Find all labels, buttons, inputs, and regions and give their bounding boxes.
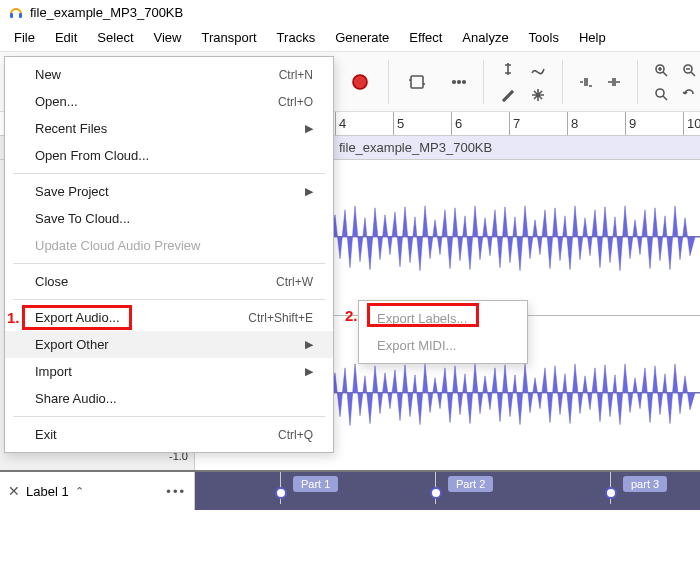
annotation-1: 1. bbox=[7, 309, 20, 326]
trim-silence-icon[interactable] bbox=[573, 70, 599, 94]
menu-separator bbox=[13, 173, 325, 174]
menu-select[interactable]: Select bbox=[87, 26, 143, 49]
more-icon[interactable]: ••• bbox=[166, 484, 186, 499]
label-marker[interactable]: part 3 bbox=[605, 476, 667, 492]
shortcut-label: Ctrl+Q bbox=[278, 428, 313, 442]
ruler-tick: 7 bbox=[509, 112, 520, 135]
separator bbox=[483, 60, 484, 104]
menu-separator bbox=[13, 299, 325, 300]
svg-point-11 bbox=[656, 89, 664, 97]
menu-item-label: Update Cloud Audio Preview bbox=[35, 238, 201, 253]
menu-item-label: Export Other bbox=[35, 337, 109, 352]
separator bbox=[388, 60, 389, 104]
menu-item-export-audio[interactable]: Export Audio...Ctrl+Shift+E bbox=[5, 304, 333, 331]
shortcut-label: Ctrl+O bbox=[278, 95, 313, 109]
clip-b-title[interactable]: file_example_MP3_700KB bbox=[330, 136, 700, 159]
menu-item-update-cloud-audio-preview: Update Cloud Audio Preview bbox=[5, 232, 333, 259]
label-text[interactable]: part 3 bbox=[623, 476, 667, 492]
menu-item-open-from-cloud[interactable]: Open From Cloud... bbox=[5, 142, 333, 169]
clip-b-label: file_example_MP3_700KB bbox=[339, 140, 492, 155]
draw-tool-icon[interactable] bbox=[494, 83, 522, 107]
menu-effect[interactable]: Effect bbox=[399, 26, 452, 49]
chevron-up-icon[interactable]: ⌃ bbox=[75, 485, 84, 498]
file-menu-dropdown: NewCtrl+NOpen...Ctrl+ORecent Files▶Open … bbox=[4, 56, 334, 453]
menu-item-open[interactable]: Open...Ctrl+O bbox=[5, 88, 333, 115]
menu-item-label: Export Audio... bbox=[35, 310, 120, 325]
separator bbox=[637, 60, 638, 104]
svg-rect-1 bbox=[19, 13, 22, 18]
menu-item-close[interactable]: CloseCtrl+W bbox=[5, 268, 333, 295]
label-pin-icon[interactable] bbox=[275, 487, 287, 499]
envelope-tool-icon[interactable] bbox=[524, 57, 552, 81]
label-track-name: Label 1 bbox=[26, 484, 69, 499]
selection-tool-icon[interactable] bbox=[494, 57, 522, 81]
svg-rect-0 bbox=[10, 13, 13, 18]
label-text[interactable]: Part 1 bbox=[293, 476, 338, 492]
window-title: file_example_MP3_700KB bbox=[30, 5, 183, 20]
submenu-arrow-icon: ▶ bbox=[305, 122, 313, 135]
menu-generate[interactable]: Generate bbox=[325, 26, 399, 49]
multi-tool-icon[interactable] bbox=[524, 83, 552, 107]
menu-item-save-to-cloud[interactable]: Save To Cloud... bbox=[5, 205, 333, 232]
menu-tools[interactable]: Tools bbox=[519, 26, 569, 49]
menu-item-label: Save Project bbox=[35, 184, 109, 199]
shortcut-label: Ctrl+W bbox=[276, 275, 313, 289]
ruler-tick: 5 bbox=[393, 112, 404, 135]
svg-rect-3 bbox=[411, 76, 423, 88]
loop-button[interactable] bbox=[399, 64, 435, 100]
menu-item-import[interactable]: Import▶ bbox=[5, 358, 333, 385]
menu-item-label: Open... bbox=[35, 94, 78, 109]
label-track: ✕ Label 1 ⌃ ••• Part 1Part 2part 3 bbox=[0, 470, 700, 510]
menu-item-export-other[interactable]: Export Other▶ bbox=[5, 331, 333, 358]
ruler-tick: 9 bbox=[625, 112, 636, 135]
label-pin-icon[interactable] bbox=[605, 487, 617, 499]
menu-transport[interactable]: Transport bbox=[191, 26, 266, 49]
close-icon[interactable]: ✕ bbox=[8, 483, 20, 499]
label-track-header[interactable]: ✕ Label 1 ⌃ ••• bbox=[0, 472, 195, 510]
ruler-tick: 4 bbox=[335, 112, 346, 135]
svg-point-5 bbox=[458, 80, 461, 83]
title-bar: file_example_MP3_700KB bbox=[0, 0, 700, 24]
label-text[interactable]: Part 2 bbox=[448, 476, 493, 492]
zoom-toggle-icon[interactable] bbox=[648, 83, 674, 105]
menu-item-exit[interactable]: ExitCtrl+Q bbox=[5, 421, 333, 448]
app-icon bbox=[8, 4, 24, 20]
ruler-tick: 10 bbox=[683, 112, 700, 135]
menu-item-recent-files[interactable]: Recent Files▶ bbox=[5, 115, 333, 142]
menu-view[interactable]: View bbox=[144, 26, 192, 49]
zoom-out-icon[interactable] bbox=[676, 59, 700, 81]
menu-item-label: Import bbox=[35, 364, 72, 379]
submenu-item-export-midi[interactable]: Export MIDI... bbox=[359, 332, 527, 359]
menu-edit[interactable]: Edit bbox=[45, 26, 87, 49]
zoom-in-icon[interactable] bbox=[648, 59, 674, 81]
menu-item-new[interactable]: NewCtrl+N bbox=[5, 61, 333, 88]
submenu-arrow-icon: ▶ bbox=[305, 365, 313, 378]
label-track-body[interactable]: Part 1Part 2part 3 bbox=[195, 472, 700, 510]
menu-separator bbox=[13, 263, 325, 264]
menu-item-label: Recent Files bbox=[35, 121, 107, 136]
svg-point-4 bbox=[453, 80, 456, 83]
shortcut-label: Ctrl+N bbox=[279, 68, 313, 82]
undo-icon[interactable] bbox=[676, 83, 700, 105]
menu-item-save-project[interactable]: Save Project▶ bbox=[5, 178, 333, 205]
label-marker[interactable]: Part 2 bbox=[430, 476, 493, 492]
separator bbox=[562, 60, 563, 104]
menu-help[interactable]: Help bbox=[569, 26, 616, 49]
more-icon[interactable] bbox=[445, 68, 473, 96]
menu-item-share-audio[interactable]: Share Audio... bbox=[5, 385, 333, 412]
label-pin-icon[interactable] bbox=[430, 487, 442, 499]
menu-item-label: Save To Cloud... bbox=[35, 211, 130, 226]
silence-icon[interactable] bbox=[601, 70, 627, 94]
submenu-arrow-icon: ▶ bbox=[305, 185, 313, 198]
label-marker[interactable]: Part 1 bbox=[275, 476, 338, 492]
record-button[interactable] bbox=[342, 64, 378, 100]
menu-bar: FileEditSelectViewTransportTracksGenerat… bbox=[0, 24, 700, 52]
submenu-item-export-labels[interactable]: Export Labels... bbox=[359, 305, 527, 332]
export-other-submenu: Export Labels...Export MIDI... bbox=[358, 300, 528, 364]
menu-tracks[interactable]: Tracks bbox=[267, 26, 326, 49]
menu-file[interactable]: File bbox=[4, 26, 45, 49]
menu-analyze[interactable]: Analyze bbox=[452, 26, 518, 49]
menu-item-label: Exit bbox=[35, 427, 57, 442]
menu-item-label: New bbox=[35, 67, 61, 82]
menu-item-label: Close bbox=[35, 274, 68, 289]
